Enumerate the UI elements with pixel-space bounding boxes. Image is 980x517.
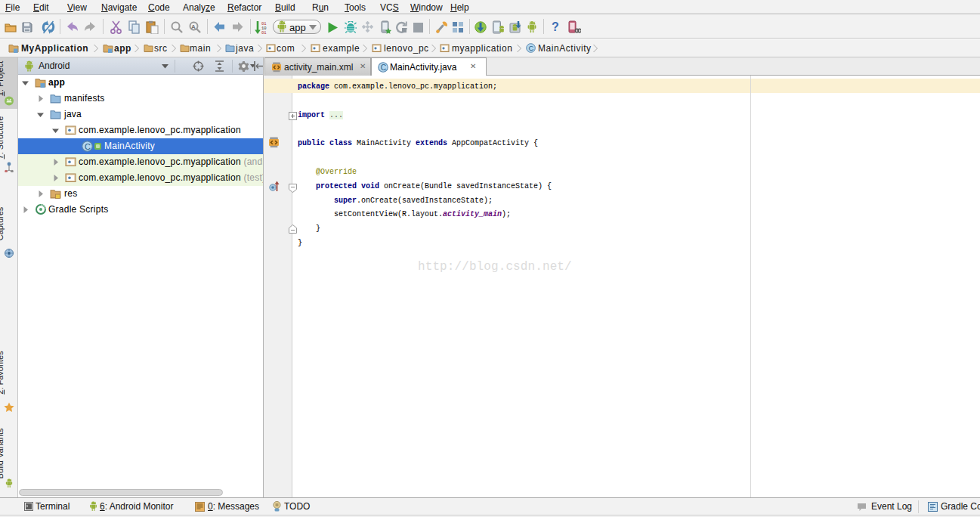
svg-text:C: C — [381, 63, 386, 72]
svg-text:C: C — [85, 142, 91, 151]
svg-text:01: 01 — [261, 30, 267, 35]
svg-text:C: C — [528, 44, 533, 52]
svg-text:A: A — [191, 23, 196, 30]
